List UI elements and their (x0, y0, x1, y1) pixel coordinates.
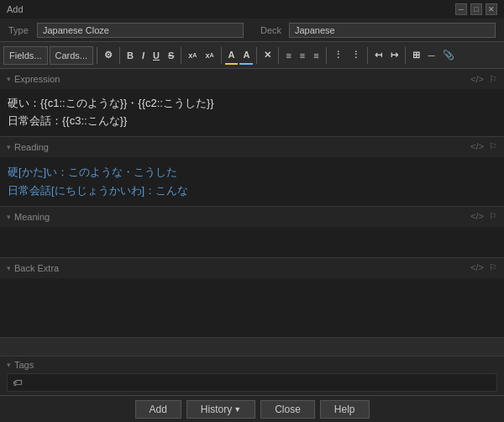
tags-label: Tags (14, 360, 34, 370)
type-col: Type Japanese Cloze (0, 23, 252, 38)
eraser-button[interactable]: ✕ (260, 46, 275, 65)
title-bar: Add ─ □ ✕ (0, 0, 504, 18)
expression-label: Expression (14, 74, 60, 84)
main-content: ▾ Expression </> ⚐ 硬い：{{c1::このような}}・{{c2… (0, 69, 504, 395)
toolbar-separator-9 (405, 47, 406, 64)
meaning-chevron: ▾ (7, 213, 11, 221)
hrule-button[interactable]: ─ (425, 46, 438, 65)
italic-button[interactable]: I (139, 46, 148, 65)
back-extra-chevron: ▾ (7, 264, 11, 272)
expression-pin-icon[interactable]: ⚐ (489, 74, 497, 85)
expression-header-left: ▾ Expression (7, 74, 60, 84)
tags-input-area[interactable]: 🏷 (7, 373, 497, 392)
subscript-button[interactable]: xA (202, 46, 217, 65)
meaning-content[interactable] (0, 227, 504, 257)
bottom-bar: Add History ▼ Close Help (0, 395, 504, 422)
back-extra-pin-icon[interactable]: ⚐ (489, 262, 497, 273)
tags-chevron: ▾ (7, 361, 11, 369)
align-left-button[interactable]: ≡ (282, 46, 294, 65)
back-extra-code-icon[interactable]: </> (470, 262, 484, 273)
table-button[interactable]: ⊞ (409, 46, 423, 65)
toolbar-separator-3 (181, 47, 181, 64)
back-extra-header[interactable]: ▾ Back Extra </> ⚐ (0, 258, 504, 278)
help-button[interactable]: Help (320, 400, 370, 419)
expression-chevron: ▾ (7, 75, 11, 83)
toolbar-separator-5 (256, 47, 257, 64)
reading-line2: 日常会話[にちじょうかいわ]：こんな (8, 182, 496, 200)
superscript-button[interactable]: xA (185, 46, 200, 65)
meaning-code-icon[interactable]: </> (470, 211, 484, 222)
close-button[interactable]: Close (260, 400, 315, 419)
meaning-header-right: </> ⚐ (470, 211, 497, 222)
back-extra-section: ▾ Back Extra </> ⚐ (0, 258, 504, 338)
toolbar-separator-6 (278, 47, 279, 64)
fields-button[interactable]: Fields... (3, 46, 48, 65)
toolbar-separator-8 (367, 47, 368, 64)
reading-section: ▾ Reading </> ⚐ 硬[かた]い：このような・こうした 日常会話[に… (0, 137, 504, 207)
expression-header[interactable]: ▾ Expression </> ⚐ (0, 69, 504, 89)
type-deck-row: Type Japanese Cloze Deck Japanese (0, 18, 504, 42)
back-extra-header-right: </> ⚐ (470, 262, 497, 273)
strikethrough-button[interactable]: S (165, 46, 177, 65)
meaning-header-left: ▾ Meaning (7, 212, 50, 222)
expression-header-right: </> ⚐ (470, 74, 497, 85)
font-color-button[interactable]: A (225, 46, 239, 65)
expression-line2: 日常会話：{{c3::こんな}} (8, 113, 496, 130)
back-extra-label: Back Extra (14, 263, 59, 273)
back-extra-header-left: ▾ Back Extra (7, 263, 59, 273)
reading-label: Reading (14, 142, 49, 152)
maximize-button[interactable]: □ (470, 3, 482, 15)
toolbar-separator-1 (97, 47, 97, 64)
cards-button[interactable]: Cards... (50, 46, 94, 65)
attach-button[interactable]: 📎 (439, 46, 458, 65)
reading-header-left: ▾ Reading (7, 142, 49, 152)
reading-code-icon[interactable]: </> (470, 141, 484, 152)
highlight-button[interactable]: A (239, 46, 253, 65)
unordered-list-button[interactable]: ⋮ (348, 46, 364, 65)
bold-button[interactable]: B (123, 46, 137, 65)
expression-section: ▾ Expression </> ⚐ 硬い：{{c1::このような}}・{{c2… (0, 69, 504, 137)
app-title: Add (7, 4, 24, 14)
toolbar-separator-7 (326, 47, 327, 64)
title-bar-controls: ─ □ ✕ (455, 3, 497, 15)
type-label: Type (8, 25, 32, 35)
tags-section: ▾ Tags 🏷 (0, 356, 504, 395)
reading-content[interactable]: 硬[かた]い：このような・こうした 日常会話[にちじょうかいわ]：こんな (0, 157, 504, 206)
close-button[interactable]: ✕ (486, 3, 497, 15)
underline-button[interactable]: U (150, 46, 163, 65)
ordered-list-button[interactable]: ⋮ (330, 46, 346, 65)
outdent-button[interactable]: ↤ (371, 46, 386, 65)
reading-pin-icon[interactable]: ⚐ (489, 141, 497, 152)
indent-button[interactable]: ↦ (387, 46, 402, 65)
align-center-button[interactable]: ≡ (297, 46, 308, 65)
align-right-button[interactable]: ≡ (310, 46, 322, 65)
meaning-header[interactable]: ▾ Meaning </> ⚐ (0, 207, 504, 227)
minimize-button[interactable]: ─ (455, 3, 467, 15)
type-selector[interactable]: Japanese Cloze (37, 23, 244, 38)
history-arrow-icon: ▼ (234, 405, 241, 414)
expression-line1: 硬い：{{c1::このような}}・{{c2::こうした}} (8, 95, 496, 113)
gear-icon[interactable]: ⚙ (101, 46, 116, 65)
reading-header-right: </> ⚐ (470, 141, 497, 152)
reading-chevron: ▾ (7, 143, 11, 151)
deck-label: Deck (260, 25, 284, 35)
add-button[interactable]: Add (135, 400, 181, 419)
tag-icon: 🏷 (13, 377, 22, 388)
meaning-label: Meaning (14, 212, 50, 222)
tags-header: ▾ Tags (7, 360, 497, 370)
meaning-pin-icon[interactable]: ⚐ (489, 211, 497, 222)
reading-header[interactable]: ▾ Reading </> ⚐ (0, 137, 504, 157)
expression-code-icon[interactable]: </> (470, 74, 484, 85)
deck-selector[interactable]: Japanese (289, 23, 496, 38)
meaning-section: ▾ Meaning </> ⚐ (0, 207, 504, 258)
history-button[interactable]: History ▼ (186, 400, 255, 419)
toolbar-separator-4 (221, 47, 222, 64)
history-label: History (201, 404, 232, 415)
back-extra-content[interactable] (0, 278, 504, 337)
deck-col: Deck Japanese (252, 23, 504, 38)
toolbar-separator-2 (119, 47, 120, 64)
toolbar: Fields... Cards... ⚙ B I U S xA xA A A ✕… (0, 42, 504, 69)
expression-content[interactable]: 硬い：{{c1::このような}}・{{c2::こうした}} 日常会話：{{c3:… (0, 89, 504, 136)
reading-line1: 硬[かた]い：このような・こうした (8, 163, 496, 182)
